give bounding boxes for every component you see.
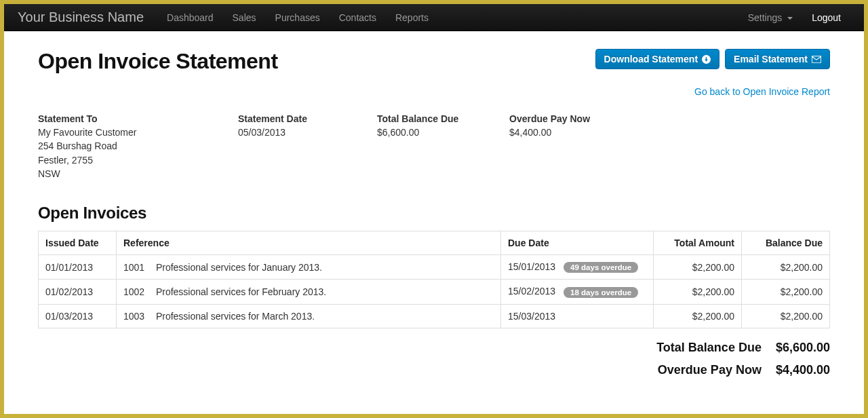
cell-reference: 1003 Professional services for March 201… [117,304,501,328]
cell-balance: $2,200.00 [742,304,830,328]
cell-due: 15/01/201349 days overdue [501,255,654,280]
due-date: 15/02/2013 [508,286,555,297]
cell-balance: $2,200.00 [742,255,830,280]
nav-settings-label: Settings [748,12,783,23]
ref-desc: Professional services for January 2013. [153,262,322,273]
nav-dashboard[interactable]: Dashboard [157,5,223,30]
statement-date-value: 05/03/2013 [238,126,377,139]
ref-number: 1003 [123,311,153,322]
cell-issued: 01/03/2013 [39,304,117,328]
customer-addr3: NSW [38,167,238,180]
download-icon [702,55,711,64]
th-total: Total Amount [654,231,742,255]
cell-total: $2,200.00 [654,304,742,328]
overdue-label: Overdue Pay Now [509,113,645,124]
totals-balance-value: $6,600.00 [776,341,830,354]
brand-name: Your Business Name [18,10,144,25]
total-balance-label: Total Balance Due [377,113,509,124]
nav-reports[interactable]: Reports [386,5,438,30]
nav-right: Settings Logout [738,5,850,30]
totals-overdue-value: $4,400.00 [776,363,830,377]
ref-number: 1001 [123,262,153,273]
th-issued: Issued Date [39,231,117,255]
overdue-value: $4,400.00 [509,126,645,139]
statement-to-label: Statement To [38,113,238,124]
top-navbar: Your Business Name Dashboard Sales Purch… [4,4,864,31]
statement-summary: Statement To My Favourite Customer 254 B… [38,113,830,180]
customer-addr1: 254 Burshag Road [38,139,238,153]
nav-contacts[interactable]: Contacts [330,5,386,30]
download-statement-button[interactable]: Download Statement [595,49,719,69]
table-row: 01/03/20131003 Professional services for… [39,304,830,328]
th-due: Due Date [501,231,654,255]
nav-purchases[interactable]: Purchases [266,5,330,30]
total-balance-value: $6,600.00 [377,126,509,139]
overdue-badge: 18 days overdue [564,287,638,298]
table-row: 01/01/20131001 Professional services for… [39,255,830,280]
statement-date-label: Statement Date [238,113,377,124]
cell-reference: 1002 Professional services for February … [117,280,501,304]
mail-icon [812,56,821,63]
cell-total: $2,200.00 [654,280,742,304]
th-balance: Balance Due [742,231,830,255]
customer-addr2: Festler, 2755 [38,153,238,167]
invoices-table: Issued Date Reference Due Date Total Amo… [38,231,830,328]
page-title: Open Invoice Statement [38,49,278,74]
ref-desc: Professional services for February 2013. [153,286,326,297]
caret-down-icon [787,17,793,20]
nav-left: Dashboard Sales Purchases Contacts Repor… [157,5,438,30]
totals-balance-label: Total Balance Due [656,341,762,354]
totals-overdue-label: Overdue Pay Now [658,363,762,377]
ref-desc: Professional services for March 2013. [153,311,315,322]
open-invoices-heading: Open Invoices [38,204,830,223]
cell-reference: 1001 Professional services for January 2… [117,255,501,280]
cell-balance: $2,200.00 [742,280,830,304]
overdue-badge: 49 days overdue [564,262,638,273]
due-date: 15/03/2013 [508,311,555,322]
cell-total: $2,200.00 [654,255,742,280]
email-statement-button[interactable]: Email Statement [725,49,830,69]
cell-due: 15/03/2013 [501,304,654,328]
nav-logout[interactable]: Logout [802,5,850,30]
customer-name: My Favourite Customer [38,126,238,139]
cell-issued: 01/02/2013 [39,280,117,304]
th-reference: Reference [117,231,501,255]
download-statement-label: Download Statement [604,54,698,64]
nav-settings[interactable]: Settings [738,5,802,30]
totals-block: Total Balance Due $6,600.00 Overdue Pay … [38,341,830,377]
due-date: 15/01/2013 [508,261,555,272]
email-statement-label: Email Statement [734,54,808,64]
ref-number: 1002 [123,286,153,297]
back-to-report-link[interactable]: Go back to Open Invoice Report [694,86,830,97]
table-row: 01/02/20131002 Professional services for… [39,280,830,304]
cell-issued: 01/01/2013 [39,255,117,280]
cell-due: 15/02/201318 days overdue [501,280,654,304]
nav-sales[interactable]: Sales [223,5,266,30]
